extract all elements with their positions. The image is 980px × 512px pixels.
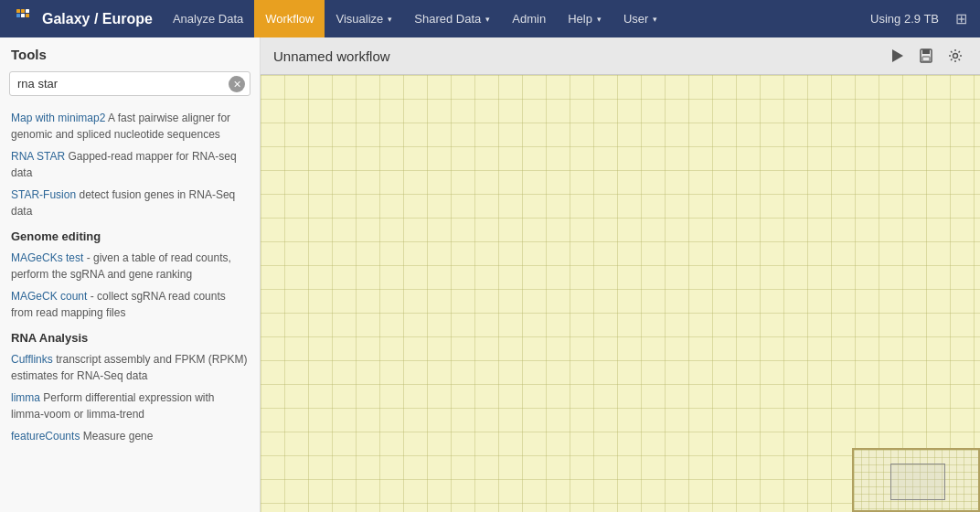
galaxy-logo [16, 9, 37, 29]
list-item: Map with minimap2 A fast pairwise aligne… [0, 107, 260, 145]
svg-rect-2 [16, 14, 20, 17]
svg-rect-4 [26, 9, 29, 13]
grid-icon[interactable]: ⊞ [950, 10, 973, 27]
list-item: MAGeCKs test - given a table of read cou… [0, 247, 260, 285]
workflow-canvas[interactable] [261, 75, 980, 512]
nav-shared-data[interactable]: Shared Data ▾ [403, 0, 501, 37]
nav-items: Analyze Data Workflow Visualize ▾ Shared… [162, 0, 863, 37]
list-item: RNA STAR Gapped-read mapper for RNA-seq … [0, 145, 260, 184]
section-genome-editing: Genome editing [0, 222, 260, 247]
run-workflow-button[interactable] [885, 46, 909, 66]
list-item: Cufflinks transcript assembly and FPKM (… [0, 348, 260, 387]
nav-admin[interactable]: Admin [501, 0, 557, 37]
svg-rect-9 [922, 57, 930, 61]
workflow-title: Unnamed workflow [273, 48, 885, 64]
tool-link-featurecounts[interactable]: featureCounts [11, 430, 80, 443]
usage-text: Using 2.9 TB [863, 12, 946, 26]
nav-workflow[interactable]: Workflow [254, 0, 325, 37]
save-workflow-button[interactable] [914, 46, 938, 66]
shared-data-caret: ▾ [485, 15, 490, 24]
workflow-area: Unnamed workflow [261, 37, 980, 512]
svg-rect-5 [26, 14, 29, 17]
main-layout: Tools ✕ Map with minimap2 A fast pairwis… [0, 37, 980, 512]
play-icon [889, 48, 904, 63]
tool-link-cufflinks[interactable]: Cufflinks [11, 353, 53, 366]
workflow-header: Unnamed workflow [261, 37, 980, 75]
brand[interactable]: Galaxy / Europe [7, 9, 162, 29]
svg-rect-0 [16, 9, 20, 13]
tool-link-star-fusion[interactable]: STAR-Fusion [11, 188, 76, 201]
nav-user[interactable]: User ▾ [612, 0, 668, 37]
brand-text: Galaxy / Europe [42, 11, 153, 27]
user-caret: ▾ [653, 15, 657, 24]
tool-link-magecks-test[interactable]: MAGeCKs test [11, 251, 83, 264]
minimap[interactable] [852, 448, 980, 512]
tool-link-limma[interactable]: limma [11, 391, 40, 404]
save-icon [919, 48, 933, 63]
gear-icon [948, 48, 963, 63]
tools-list: Map with minimap2 A fast pairwise aligne… [0, 103, 260, 512]
svg-marker-6 [892, 49, 903, 62]
list-item: limma Perform differential expression wi… [0, 387, 260, 425]
nav-analyze-data[interactable]: Analyze Data [162, 0, 254, 37]
list-item: MAGeCK count - collect sgRNA read counts… [0, 285, 260, 324]
list-item: featureCounts Measure gene [0, 425, 260, 447]
nav-visualize[interactable]: Visualize ▾ [325, 0, 403, 37]
svg-point-10 [953, 54, 958, 59]
tool-link-rna-star[interactable]: RNA STAR [11, 150, 65, 163]
tool-link-minimap2[interactable]: Map with minimap2 [11, 112, 105, 124]
tool-link-mageck-count[interactable]: MAGeCK count [11, 290, 87, 303]
list-item: STAR-Fusion detect fusion genes in RNA-S… [0, 184, 260, 222]
navbar: Galaxy / Europe Analyze Data Workflow Vi… [0, 0, 980, 37]
sidebar: Tools ✕ Map with minimap2 A fast pairwis… [0, 37, 261, 512]
search-clear-button[interactable]: ✕ [229, 76, 245, 92]
svg-rect-1 [21, 9, 25, 13]
help-caret: ▾ [597, 15, 602, 24]
svg-rect-3 [21, 14, 25, 17]
minimap-viewport [890, 464, 945, 500]
navbar-right: Using 2.9 TB ⊞ [863, 10, 973, 27]
svg-rect-8 [922, 49, 930, 54]
search-input[interactable] [9, 71, 250, 96]
workflow-settings-button[interactable] [943, 46, 967, 66]
nav-help[interactable]: Help ▾ [557, 0, 612, 37]
search-box: ✕ [0, 68, 260, 103]
sidebar-title: Tools [0, 37, 260, 68]
workflow-actions [885, 46, 967, 66]
section-rna-analysis: RNA Analysis [0, 324, 260, 348]
visualize-caret: ▾ [388, 15, 392, 24]
